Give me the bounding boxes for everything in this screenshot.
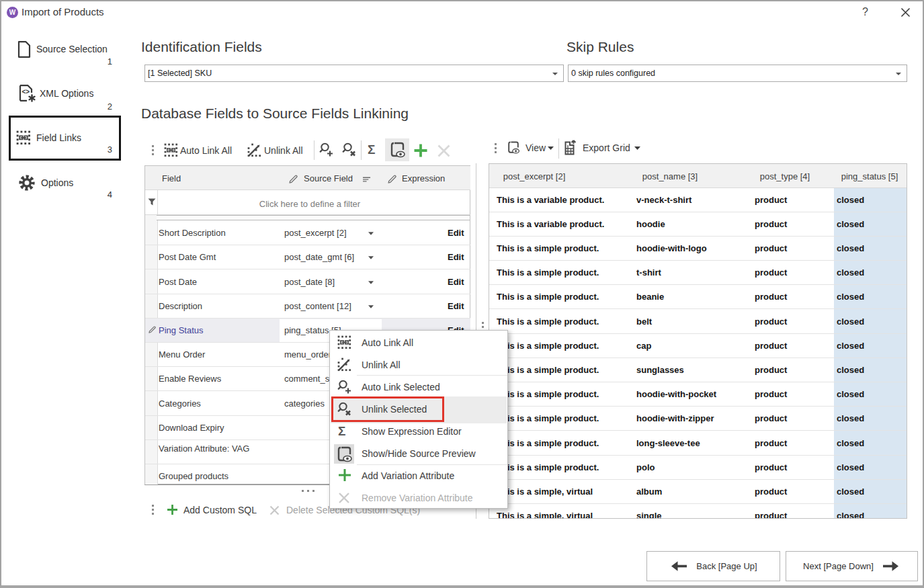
svg-text:<>: <>	[22, 88, 30, 95]
